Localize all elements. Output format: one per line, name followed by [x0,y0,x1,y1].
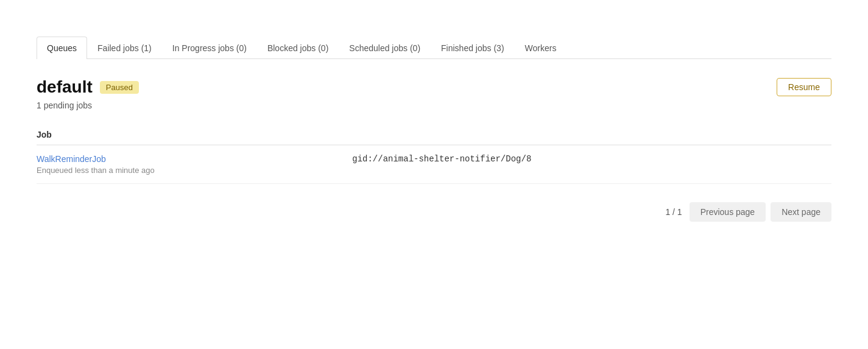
pending-jobs-label: 1 pending jobs [37,100,831,110]
pagination: 1 / 1 Previous page Next page [37,202,831,246]
tab-in-progress-jobs[interactable]: In Progress jobs (0) [162,37,257,59]
job-gid: gid://animal-shelter-notifier/Dog/8 [352,145,831,184]
tab-queues[interactable]: Queues [37,37,87,59]
queue-header: default Paused Resume [37,77,831,97]
tab-blocked-jobs[interactable]: Blocked jobs (0) [257,37,339,59]
queue-title-group: default Paused [37,77,139,97]
tab-failed-jobs[interactable]: Failed jobs (1) [87,37,162,59]
previous-page-button[interactable]: Previous page [690,202,766,222]
job-enqueued-label: Enqueued less than a minute ago [37,166,352,175]
tab-scheduled-jobs[interactable]: Scheduled jobs (0) [339,37,431,59]
table-row: WalkReminderJobEnqueued less than a minu… [37,145,831,184]
col-header-gid [352,125,831,145]
queue-name: default [37,77,93,97]
paused-badge: Paused [100,81,139,94]
col-header-job: Job [37,125,352,145]
tab-workers[interactable]: Workers [515,37,567,59]
resume-button[interactable]: Resume [777,78,831,96]
jobs-table: Job WalkReminderJobEnqueued less than a … [37,125,831,184]
page-info: 1 / 1 [665,207,682,217]
tab-finished-jobs[interactable]: Finished jobs (3) [431,37,515,59]
job-link[interactable]: WalkReminderJob [37,154,106,164]
tabs-nav: QueuesFailed jobs (1)In Progress jobs (0… [37,37,831,59]
next-page-button[interactable]: Next page [771,202,831,222]
job-cell: WalkReminderJobEnqueued less than a minu… [37,145,352,184]
